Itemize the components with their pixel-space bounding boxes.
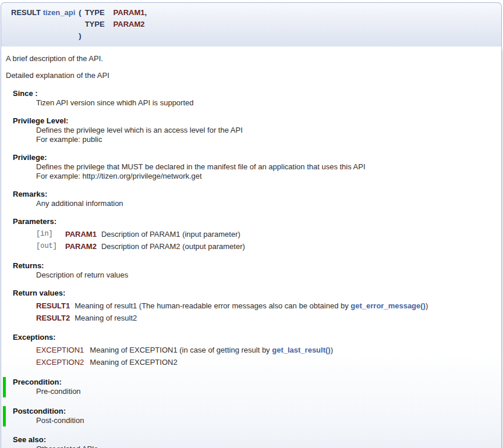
return-value-row: RESULT2 Meaning of result2 — [36, 312, 430, 324]
privilege-line1: Defines the privilege that MUST be decla… — [36, 162, 495, 172]
open-paren: ( — [77, 7, 83, 19]
param-1-name: PARAM1, — [112, 7, 149, 19]
signature-empty-cell — [9, 30, 77, 42]
see-also-content: Other related APIs — [36, 445, 495, 448]
return-value-desc-text: Meaning of result2 — [75, 314, 137, 322]
section-see-also: See also: Other related APIs — [6, 435, 495, 448]
return-value-description: Meaning of result1 (The human-readable e… — [75, 300, 430, 312]
return-type-label: RESULT — [11, 8, 41, 17]
param-name: PARAM2 — [65, 240, 101, 253]
api-doc-card: RESULT tizen_api ( TYPE PARAM1, TYPE PAR… — [1, 2, 502, 448]
return-values-table: RESULT1 Meaning of result1 (The human-re… — [36, 300, 430, 324]
exception-description: Meaning of EXCEPTION1 (in case of gettin… — [90, 344, 335, 356]
since-title: Since : — [13, 89, 495, 98]
param-2-name: PARAM2 — [112, 19, 149, 30]
section-precondition: Precondition: Pre-condition — [3, 377, 495, 397]
since-content: Tizen API version since whidh API is sup… — [36, 98, 495, 108]
exception-row: EXCEPTION1 Meaning of EXCEPTION1 (in cas… — [36, 344, 335, 356]
close-paren: ) — [77, 30, 83, 42]
page: RESULT tizen_api ( TYPE PARAM1, TYPE PAR… — [0, 0, 503, 448]
privilege-level-line1: Defines the privilege level which is an … — [36, 126, 495, 135]
parameters-table: [in] PARAM1 Description of PARAM1 (input… — [36, 228, 247, 253]
exceptions-title: Exceptions: — [13, 333, 495, 342]
privilege-title: Privilege: — [13, 153, 495, 162]
param-direction: [in] — [36, 228, 65, 240]
signature-memname-cell: RESULT tizen_api — [9, 7, 77, 19]
signature-empty-cell — [77, 19, 83, 30]
exceptions-content: EXCEPTION1 Meaning of EXCEPTION1 (in cas… — [36, 344, 495, 368]
section-returns: Returns: Description of return values — [6, 261, 495, 280]
signature-row-2: TYPE PARAM2 — [9, 19, 148, 30]
section-exceptions: Exceptions: EXCEPTION1 Meaning of EXCEPT… — [6, 333, 495, 368]
exception-name: EXCEPTION2 — [36, 356, 90, 368]
exception-row: EXCEPTION2 Meaning of EXCEPTION2 — [36, 356, 335, 368]
section-parameters: Parameters: [in] PARAM1 Description of P… — [6, 217, 495, 253]
section-return-values: Return values: RESULT1 Meaning of result… — [6, 289, 495, 324]
detailed-description: Detailed explanation of the API — [6, 71, 495, 80]
signature-row-1: RESULT tizen_api ( TYPE PARAM1, — [9, 7, 148, 19]
see-also-title: See also: — [13, 435, 495, 445]
section-remarks: Remarks: Any additional information — [6, 190, 495, 208]
return-value-name: RESULT1 — [36, 300, 75, 312]
section-postcondition: Postcondition: Post-condition — [3, 406, 495, 426]
return-value-description: Meaning of result2 — [75, 312, 430, 324]
param-description: Description of PARAM2 (output parameter) — [101, 240, 247, 253]
param-name: PARAM1 — [65, 228, 101, 240]
exception-desc-text: Meaning of EXCEPTION2 — [90, 358, 177, 367]
exception-desc-tail: ) — [331, 346, 333, 354]
function-name-link[interactable]: tizen_api — [43, 8, 76, 17]
precondition-title: Precondition: — [13, 378, 495, 387]
doc-body: A brief description of the API. Detailed… — [1, 47, 502, 448]
section-since: Since : Tizen API version since whidh AP… — [6, 89, 495, 108]
remarks-title: Remarks: — [13, 190, 495, 199]
precondition-content: Pre-condition — [36, 387, 495, 396]
param-description: Description of PARAM1 (input parameter) — [101, 228, 247, 240]
brief-description: A brief description of the API. — [6, 54, 495, 63]
param-direction: [out] — [36, 240, 65, 253]
signature-empty-cell — [112, 30, 149, 42]
signature-table: RESULT tizen_api ( TYPE PARAM1, TYPE PAR… — [9, 7, 148, 42]
postcondition-content: Post-condition — [36, 416, 495, 425]
postcondition-title: Postcondition: — [13, 407, 495, 416]
get-error-message-link[interactable]: get_error_message() — [350, 301, 426, 310]
parameters-content: [in] PARAM1 Description of PARAM1 (input… — [36, 228, 495, 253]
param-row: [out] PARAM2 Description of PARAM2 (outp… — [36, 240, 247, 253]
privilege-level-title: Privilege Level: — [13, 116, 495, 126]
param-row: [in] PARAM1 Description of PARAM1 (input… — [36, 228, 247, 240]
exceptions-table: EXCEPTION1 Meaning of EXCEPTION1 (in cas… — [36, 344, 335, 368]
return-value-name: RESULT2 — [36, 312, 75, 324]
function-signature-header: RESULT tizen_api ( TYPE PARAM1, TYPE PAR… — [1, 2, 502, 47]
return-value-row: RESULT1 Meaning of result1 (The human-re… — [36, 300, 430, 312]
privilege-line2: For example: http://tizen.org/privilege/… — [36, 172, 495, 181]
signature-empty-cell — [9, 19, 77, 30]
signature-row-3: ) — [9, 30, 148, 42]
exception-desc-text: Meaning of EXCEPTION1 (in case of gettin… — [90, 346, 272, 354]
exception-name: EXCEPTION1 — [36, 344, 90, 356]
signature-empty-cell — [83, 30, 112, 42]
return-value-desc-tail: ) — [426, 301, 428, 310]
get-last-result-link[interactable]: get_last_result() — [272, 346, 330, 354]
returns-title: Returns: — [13, 261, 495, 271]
section-privilege-level: Privilege Level: Defines the privilege l… — [6, 116, 495, 144]
return-value-desc-text: Meaning of result1 (The human-readable e… — [75, 301, 350, 310]
returns-content: Description of return values — [36, 271, 495, 280]
remarks-content: Any additional information — [36, 199, 495, 208]
return-values-content: RESULT1 Meaning of result1 (The human-re… — [36, 300, 495, 324]
privilege-level-line2: For example: public — [36, 135, 495, 144]
param-2-type: TYPE — [83, 19, 112, 30]
section-privilege: Privilege: Defines the privilege that MU… — [6, 153, 495, 181]
parameters-title: Parameters: — [13, 217, 495, 226]
param-1-type: TYPE — [83, 7, 112, 19]
return-values-title: Return values: — [13, 289, 495, 298]
exception-description: Meaning of EXCEPTION2 — [90, 356, 335, 368]
